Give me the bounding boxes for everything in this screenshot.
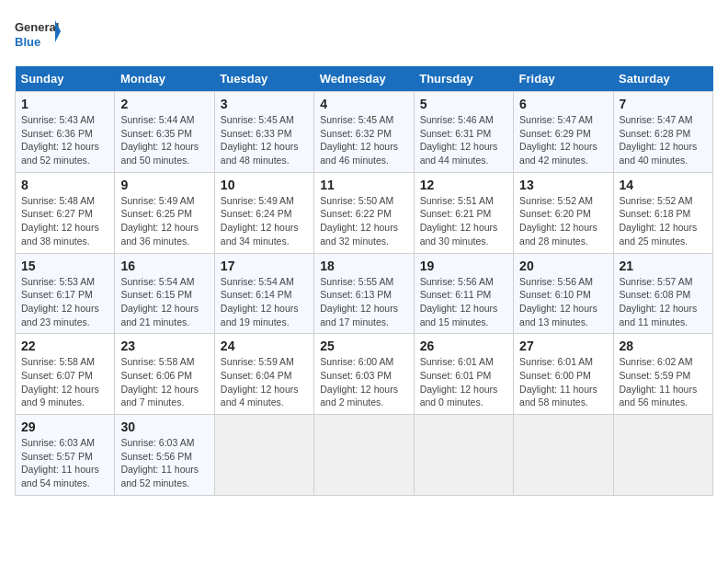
header-cell-wednesday: Wednesday [314, 66, 414, 92]
logo: General Blue [15, 15, 61, 55]
day-info: Sunrise: 5:49 AM Sunset: 6:24 PM Dayligh… [221, 194, 308, 248]
day-number: 8 [21, 178, 108, 192]
day-cell: 4Sunrise: 5:45 AM Sunset: 6:32 PM Daylig… [314, 92, 414, 173]
day-cell: 6Sunrise: 5:47 AM Sunset: 6:29 PM Daylig… [514, 92, 613, 173]
calendar-table: SundayMondayTuesdayWednesdayThursdayFrid… [15, 66, 713, 496]
day-info: Sunrise: 5:52 AM Sunset: 6:18 PM Dayligh… [620, 194, 707, 248]
header-cell-saturday: Saturday [613, 66, 712, 92]
day-info: Sunrise: 6:00 AM Sunset: 6:03 PM Dayligh… [320, 355, 407, 409]
day-number: 16 [120, 259, 208, 273]
header-cell-monday: Monday [115, 66, 214, 92]
day-info: Sunrise: 6:02 AM Sunset: 5:59 PM Dayligh… [620, 355, 707, 409]
header-cell-thursday: Thursday [414, 66, 513, 92]
day-info: Sunrise: 5:45 AM Sunset: 6:32 PM Dayligh… [320, 113, 407, 167]
day-cell: 7Sunrise: 5:47 AM Sunset: 6:28 PM Daylig… [613, 92, 712, 173]
day-info: Sunrise: 5:53 AM Sunset: 6:17 PM Dayligh… [21, 275, 108, 329]
day-number: 7 [620, 97, 707, 111]
day-number: 20 [519, 259, 607, 273]
day-info: Sunrise: 5:52 AM Sunset: 6:20 PM Dayligh… [519, 194, 607, 248]
day-cell: 20Sunrise: 5:56 AM Sunset: 6:10 PM Dayli… [514, 253, 613, 334]
day-cell: 30Sunrise: 6:03 AM Sunset: 5:56 PM Dayli… [115, 415, 214, 496]
day-cell [414, 415, 513, 496]
day-info: Sunrise: 6:01 AM Sunset: 6:01 PM Dayligh… [420, 355, 507, 409]
week-row-5: 29Sunrise: 6:03 AM Sunset: 5:57 PM Dayli… [16, 415, 713, 496]
day-cell: 14Sunrise: 5:52 AM Sunset: 6:18 PM Dayli… [613, 172, 712, 253]
day-cell: 2Sunrise: 5:44 AM Sunset: 6:35 PM Daylig… [115, 92, 214, 173]
day-number: 12 [420, 178, 507, 192]
day-cell: 18Sunrise: 5:55 AM Sunset: 6:13 PM Dayli… [314, 253, 414, 334]
day-cell: 24Sunrise: 5:59 AM Sunset: 6:04 PM Dayli… [214, 334, 313, 415]
day-cell: 13Sunrise: 5:52 AM Sunset: 6:20 PM Dayli… [514, 172, 613, 253]
day-info: Sunrise: 5:56 AM Sunset: 6:10 PM Dayligh… [519, 275, 607, 329]
day-number: 27 [519, 339, 607, 353]
day-number: 22 [21, 339, 108, 353]
day-number: 23 [120, 339, 208, 353]
page-header: General Blue [15, 15, 713, 55]
svg-text:General: General [15, 20, 59, 34]
day-info: Sunrise: 5:45 AM Sunset: 6:33 PM Dayligh… [221, 113, 308, 167]
day-number: 29 [21, 419, 108, 434]
week-row-3: 15Sunrise: 5:53 AM Sunset: 6:17 PM Dayli… [16, 253, 713, 334]
day-cell [214, 415, 313, 496]
day-info: Sunrise: 6:03 AM Sunset: 5:56 PM Dayligh… [120, 436, 208, 490]
day-cell: 16Sunrise: 5:54 AM Sunset: 6:15 PM Dayli… [115, 253, 214, 334]
day-cell [613, 415, 712, 496]
day-info: Sunrise: 5:58 AM Sunset: 6:07 PM Dayligh… [21, 355, 108, 409]
day-info: Sunrise: 5:49 AM Sunset: 6:25 PM Dayligh… [120, 194, 208, 248]
day-cell [314, 415, 414, 496]
day-number: 18 [320, 259, 407, 273]
day-number: 21 [620, 259, 707, 273]
day-number: 6 [519, 97, 607, 111]
day-cell: 27Sunrise: 6:01 AM Sunset: 6:00 PM Dayli… [514, 334, 613, 415]
logo-svg: General Blue [15, 15, 61, 55]
header-row: SundayMondayTuesdayWednesdayThursdayFrid… [16, 66, 713, 92]
day-cell: 9Sunrise: 5:49 AM Sunset: 6:25 PM Daylig… [115, 172, 214, 253]
header-cell-friday: Friday [514, 66, 613, 92]
day-number: 2 [120, 97, 208, 111]
day-info: Sunrise: 5:44 AM Sunset: 6:35 PM Dayligh… [120, 113, 208, 167]
day-cell [514, 415, 613, 496]
day-number: 13 [519, 178, 607, 192]
day-info: Sunrise: 5:51 AM Sunset: 6:21 PM Dayligh… [420, 194, 507, 248]
day-cell: 25Sunrise: 6:00 AM Sunset: 6:03 PM Dayli… [314, 334, 414, 415]
day-info: Sunrise: 5:55 AM Sunset: 6:13 PM Dayligh… [320, 275, 407, 329]
day-cell: 1Sunrise: 5:43 AM Sunset: 6:36 PM Daylig… [16, 92, 115, 173]
day-number: 1 [21, 97, 108, 111]
day-info: Sunrise: 6:01 AM Sunset: 6:00 PM Dayligh… [519, 355, 607, 409]
day-info: Sunrise: 5:48 AM Sunset: 6:27 PM Dayligh… [21, 194, 108, 248]
day-info: Sunrise: 5:43 AM Sunset: 6:36 PM Dayligh… [21, 113, 108, 167]
day-cell: 17Sunrise: 5:54 AM Sunset: 6:14 PM Dayli… [214, 253, 313, 334]
day-cell: 19Sunrise: 5:56 AM Sunset: 6:11 PM Dayli… [414, 253, 513, 334]
day-number: 5 [420, 97, 507, 111]
day-cell: 29Sunrise: 6:03 AM Sunset: 5:57 PM Dayli… [16, 415, 115, 496]
day-number: 15 [21, 259, 108, 273]
day-info: Sunrise: 5:57 AM Sunset: 6:08 PM Dayligh… [620, 275, 707, 329]
day-info: Sunrise: 5:54 AM Sunset: 6:15 PM Dayligh… [120, 275, 208, 329]
day-info: Sunrise: 5:59 AM Sunset: 6:04 PM Dayligh… [221, 355, 308, 409]
day-info: Sunrise: 5:54 AM Sunset: 6:14 PM Dayligh… [221, 275, 308, 329]
day-info: Sunrise: 5:56 AM Sunset: 6:11 PM Dayligh… [420, 275, 507, 329]
day-cell: 22Sunrise: 5:58 AM Sunset: 6:07 PM Dayli… [16, 334, 115, 415]
day-number: 14 [620, 178, 707, 192]
week-row-4: 22Sunrise: 5:58 AM Sunset: 6:07 PM Dayli… [16, 334, 713, 415]
day-cell: 15Sunrise: 5:53 AM Sunset: 6:17 PM Dayli… [16, 253, 115, 334]
day-info: Sunrise: 5:47 AM Sunset: 6:28 PM Dayligh… [620, 113, 707, 167]
week-row-2: 8Sunrise: 5:48 AM Sunset: 6:27 PM Daylig… [16, 172, 713, 253]
day-info: Sunrise: 5:50 AM Sunset: 6:22 PM Dayligh… [320, 194, 407, 248]
day-info: Sunrise: 5:46 AM Sunset: 6:31 PM Dayligh… [420, 113, 507, 167]
day-cell: 28Sunrise: 6:02 AM Sunset: 5:59 PM Dayli… [613, 334, 712, 415]
day-info: Sunrise: 6:03 AM Sunset: 5:57 PM Dayligh… [21, 436, 108, 490]
day-number: 24 [221, 339, 308, 353]
day-cell: 5Sunrise: 5:46 AM Sunset: 6:31 PM Daylig… [414, 92, 513, 173]
day-info: Sunrise: 5:47 AM Sunset: 6:29 PM Dayligh… [519, 113, 607, 167]
day-number: 26 [420, 339, 507, 353]
day-cell: 3Sunrise: 5:45 AM Sunset: 6:33 PM Daylig… [214, 92, 313, 173]
day-number: 25 [320, 339, 407, 353]
day-cell: 8Sunrise: 5:48 AM Sunset: 6:27 PM Daylig… [16, 172, 115, 253]
day-number: 3 [221, 97, 308, 111]
week-row-1: 1Sunrise: 5:43 AM Sunset: 6:36 PM Daylig… [16, 92, 713, 173]
day-cell: 23Sunrise: 5:58 AM Sunset: 6:06 PM Dayli… [115, 334, 214, 415]
day-cell: 21Sunrise: 5:57 AM Sunset: 6:08 PM Dayli… [613, 253, 712, 334]
day-number: 11 [320, 178, 407, 192]
day-cell: 10Sunrise: 5:49 AM Sunset: 6:24 PM Dayli… [214, 172, 313, 253]
